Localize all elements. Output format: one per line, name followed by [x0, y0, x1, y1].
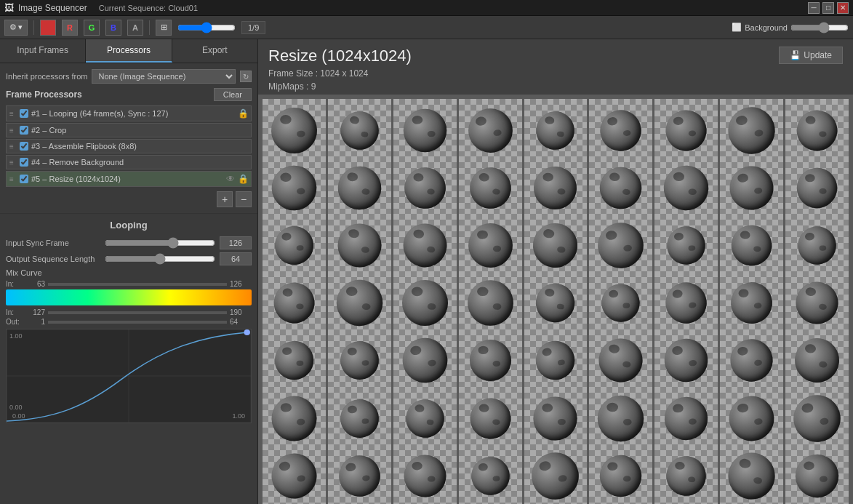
color-preview-button[interactable]	[40, 20, 56, 36]
inherit-refresh-icon[interactable]: ↻	[240, 71, 252, 82]
processor-item-1[interactable]: ≡ #1 – Looping (64 frame(s), Sync : 127)…	[6, 105, 252, 121]
grid-cell[interactable]	[524, 214, 588, 277]
eye-icon-5[interactable]: 👁	[225, 174, 236, 184]
processor-item-2[interactable]: ≡ #2 – Crop	[6, 123, 252, 137]
processor-item-4[interactable]: ≡ #4 – Remove Background	[6, 155, 252, 169]
grid-cell[interactable]	[393, 387, 457, 450]
add-processor-button[interactable]: +	[217, 191, 233, 207]
grid-cell[interactable]	[524, 329, 588, 393]
processor-item-5[interactable]: ≡ #5 – Resize (1024x1024) 👁 🔒	[6, 171, 252, 187]
grid-cell[interactable]	[589, 444, 652, 504]
proc-checkbox-4[interactable]	[20, 158, 28, 167]
grid-cell[interactable]	[328, 444, 391, 504]
grid-cell[interactable]	[654, 99, 718, 162]
proc-checkbox-2[interactable]	[20, 126, 28, 135]
grid-cell[interactable]	[328, 271, 391, 335]
grid-cell[interactable]	[524, 156, 588, 220]
proc-checkbox-5[interactable]	[20, 175, 28, 183]
minimize-button[interactable]: ─	[808, 2, 820, 14]
grid-cell[interactable]	[785, 99, 849, 162]
grid-view-button[interactable]: ⊞	[156, 20, 172, 36]
input-sync-slider[interactable]	[105, 237, 215, 249]
grid-cell[interactable]	[524, 444, 588, 504]
grid-cell[interactable]	[524, 271, 588, 335]
grid-cell[interactable]	[393, 444, 457, 504]
grid-cell[interactable]	[263, 329, 326, 393]
grid-cell[interactable]	[589, 214, 652, 277]
grid-cell[interactable]	[263, 99, 326, 162]
grid-cell[interactable]	[654, 271, 718, 335]
proc-checkbox-3[interactable]	[20, 142, 28, 151]
grid-cell[interactable]	[720, 329, 783, 393]
channel-r-button[interactable]: R	[62, 20, 78, 36]
zoom-slider[interactable]	[177, 22, 236, 33]
grid-cell[interactable]	[589, 387, 652, 450]
grid-cell[interactable]	[785, 329, 849, 393]
grid-cell[interactable]	[785, 271, 849, 335]
grid-cell[interactable]	[720, 271, 783, 335]
remove-processor-button[interactable]: −	[236, 191, 252, 207]
grid-cell[interactable]	[263, 156, 326, 220]
lock-icon-1[interactable]: 🔒	[238, 108, 248, 119]
maximize-button[interactable]: □	[822, 2, 834, 14]
grid-cell[interactable]	[263, 387, 326, 450]
grid-cell[interactable]	[459, 329, 522, 393]
grid-cell[interactable]	[589, 156, 652, 220]
clear-button[interactable]: Clear	[214, 88, 252, 101]
grid-cell[interactable]	[263, 444, 326, 504]
grid-cell[interactable]	[524, 387, 588, 450]
grid-cell[interactable]	[720, 214, 783, 277]
bg-slider[interactable]	[790, 22, 849, 33]
grid-cell[interactable]	[328, 99, 391, 162]
grid-cell[interactable]	[459, 444, 522, 504]
grid-cell[interactable]	[459, 156, 522, 220]
proc-checkbox-1[interactable]	[20, 109, 28, 118]
grid-cell[interactable]	[393, 214, 457, 277]
grid-cell[interactable]	[589, 99, 652, 162]
close-button[interactable]: ✕	[837, 2, 849, 14]
grid-cell[interactable]	[393, 271, 457, 335]
grid-cell[interactable]	[720, 444, 783, 504]
settings-button[interactable]: ⚙ ▾	[4, 20, 28, 36]
tab-export[interactable]: Export	[172, 39, 257, 63]
grid-cell[interactable]	[720, 99, 783, 162]
grid-cell[interactable]	[263, 271, 326, 335]
grid-cell[interactable]	[654, 387, 718, 450]
grid-cell[interactable]	[459, 387, 522, 450]
grid-cell[interactable]	[459, 99, 522, 162]
output-seq-value[interactable]	[220, 252, 252, 265]
grid-cell[interactable]	[720, 387, 783, 450]
grid-cell[interactable]	[654, 444, 718, 504]
output-seq-slider[interactable]	[105, 253, 215, 265]
grid-cell[interactable]	[654, 156, 718, 220]
grid-cell[interactable]	[459, 214, 522, 277]
flipbook-grid[interactable]	[258, 95, 853, 504]
grid-cell[interactable]	[785, 444, 849, 504]
grid-cell[interactable]	[328, 387, 391, 450]
grid-cell[interactable]	[720, 156, 783, 220]
grid-cell[interactable]	[328, 329, 391, 393]
grid-cell[interactable]	[589, 329, 652, 393]
channel-a-button[interactable]: A	[127, 20, 143, 36]
grid-cell[interactable]	[785, 387, 849, 450]
grid-cell[interactable]	[263, 214, 326, 277]
inherit-select[interactable]: None (Image Sequence)	[92, 69, 236, 84]
grid-cell[interactable]	[654, 214, 718, 277]
grid-cell[interactable]	[328, 214, 391, 277]
tab-processors[interactable]: Processors	[86, 39, 172, 63]
grid-cell[interactable]	[393, 99, 457, 162]
tab-input-frames[interactable]: Input Frames	[0, 39, 86, 63]
grid-cell[interactable]	[785, 156, 849, 220]
grid-cell[interactable]	[785, 214, 849, 277]
update-button[interactable]: 💾 Update	[779, 47, 843, 64]
processor-item-3[interactable]: ≡ #3 – Assemble Flipbook (8x8)	[6, 139, 252, 153]
grid-cell[interactable]	[589, 271, 652, 335]
grid-cell[interactable]	[654, 329, 718, 393]
grid-cell[interactable]	[393, 156, 457, 220]
grid-cell[interactable]	[328, 156, 391, 220]
input-sync-value[interactable]	[220, 236, 252, 249]
grid-cell[interactable]	[524, 99, 588, 162]
channel-g-button[interactable]: G	[84, 20, 100, 36]
channel-b-button[interactable]: B	[105, 20, 121, 36]
lock-icon-5[interactable]: 🔒	[238, 174, 248, 184]
